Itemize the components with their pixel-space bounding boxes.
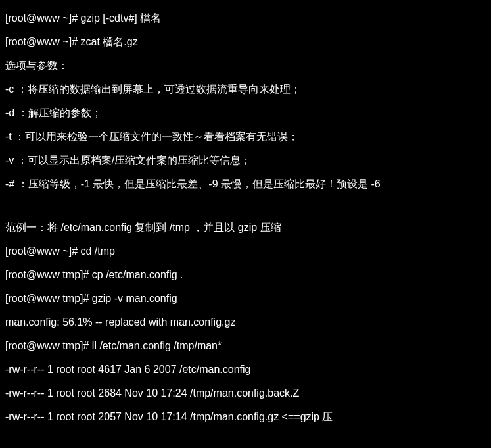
- terminal-line: 选项与参数：: [5, 54, 486, 78]
- terminal-line: -d ：解压缩的参数；: [5, 101, 486, 125]
- terminal-line: [root@www tmp]# ll /etc/man.config /tmp/…: [5, 334, 486, 358]
- terminal-line: [root@www tmp]# cp /etc/man.config .: [5, 263, 486, 287]
- terminal-line: -v ：可以显示出原档案/压缩文件案的压缩比等信息；: [5, 149, 486, 172]
- terminal-line: -rw-r--r-- 1 root root 2684 Nov 10 17:24…: [5, 382, 486, 405]
- terminal-line: -rw-r--r-- 1 root root 4617 Jan 6 2007 /…: [5, 358, 486, 382]
- terminal-line: [root@www tmp]# gzip -v man.config: [5, 287, 486, 311]
- terminal-line: 范例一：将 /etc/man.config 复制到 /tmp ，并且以 gzip…: [5, 216, 486, 239]
- terminal-line: -c ：将压缩的数据输出到屏幕上，可透过数据流重导向来处理；: [5, 78, 486, 101]
- terminal-line: -# ：压缩等级，-1 最快，但是压缩比最差、-9 最慢，但是压缩比最好！预设是…: [5, 172, 486, 196]
- terminal-line: [root@www ~]# zcat 檔名.gz: [5, 30, 486, 54]
- terminal-line: [root@www ~]# gzip [-cdtv#] 檔名: [5, 7, 486, 30]
- terminal-line: [root@www ~]# cd /tmp: [5, 239, 486, 263]
- terminal-line: -t ：可以用来检验一个压缩文件的一致性～看看档案有无错误；: [5, 125, 486, 149]
- terminal-line: man.config: 56.1% -- replaced with man.c…: [5, 311, 486, 334]
- terminal-line: -rw-r--r-- 1 root root 2057 Nov 10 17:14…: [5, 405, 486, 429]
- blank-line: [5, 196, 486, 216]
- terminal-output: [root@www ~]# gzip [-cdtv#] 檔名 [root@www…: [5, 7, 486, 429]
